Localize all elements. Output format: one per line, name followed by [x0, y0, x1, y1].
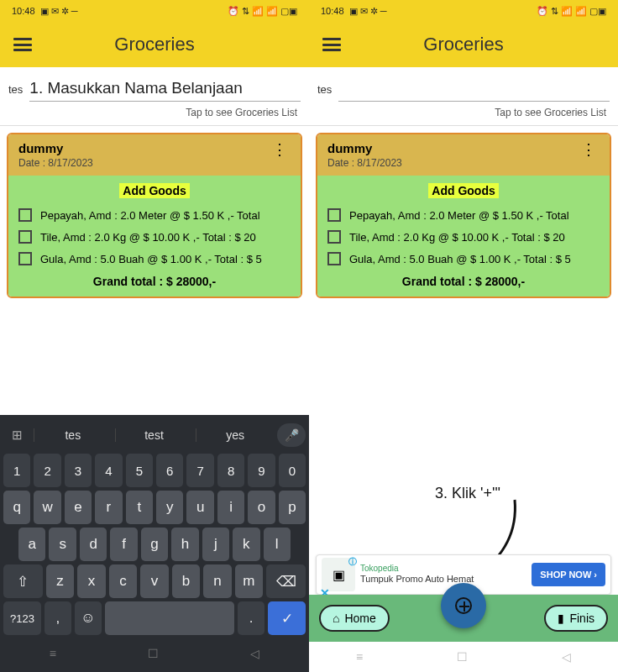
nav-home-icon[interactable]: ☐ [457, 650, 468, 664]
app-title: Groceries [13, 34, 296, 55]
status-right-icons: ⏰ ⇅ 📶 📶 ▢▣ [537, 6, 606, 17]
key[interactable]: 1 [3, 454, 30, 487]
home-button[interactable]: ⌂ Home [319, 605, 390, 632]
status-right-icons: ⏰ ⇅ 📶 📶 ▢▣ [228, 6, 297, 17]
period-key[interactable]: . [238, 601, 264, 635]
key[interactable]: 3 [65, 454, 92, 487]
symbols-key[interactable]: ?123 [3, 601, 41, 635]
key[interactable]: p [279, 491, 306, 524]
item-text: Gula, Amd : 5.0 Buah @ $ 1.00 K ,- Total… [40, 253, 262, 265]
keyboard-row-4: ?123 , ☺ . ✓ [3, 601, 306, 635]
card-header: dummy Date : 8/17/2023 ⋮ [8, 134, 301, 176]
key[interactable]: d [80, 528, 107, 561]
ad-title: Tumpuk Promo Auto Hemat [360, 574, 526, 585]
status-time: 10:48 [12, 6, 35, 16]
groceries-list-hint[interactable]: Tap to see Groceries List [309, 105, 618, 126]
key[interactable]: i [217, 491, 244, 524]
name-input-row: tes [0, 67, 309, 105]
key[interactable]: h [171, 528, 198, 561]
key[interactable]: s [49, 528, 76, 561]
nav-back-icon[interactable]: ◁ [250, 647, 259, 660]
key[interactable]: g [141, 528, 168, 561]
item-checkbox[interactable] [327, 208, 341, 222]
soft-keyboard: ⊞ tes test yes 🎤 1 2 3 4 5 6 7 8 9 0 q w… [0, 415, 309, 672]
suggestion[interactable]: test [115, 428, 193, 442]
enter-key[interactable]: ✓ [268, 601, 306, 635]
groceries-list-hint[interactable]: Tap to see Groceries List [0, 105, 309, 126]
grand-total: Grand total : $ 28000,- [15, 270, 294, 288]
name-input-row: tes [309, 67, 618, 105]
add-fab[interactable] [441, 583, 486, 628]
item-checkbox[interactable] [327, 230, 341, 244]
input-prefix: tes [317, 83, 332, 96]
item-text: Tile, Amd : 2.0 Kg @ $ 10.00 K ,- Total … [349, 231, 565, 244]
item-checkbox[interactable] [18, 252, 32, 265]
key[interactable]: b [172, 564, 200, 598]
ad-text: Tokopedia Tumpuk Promo Auto Hemat [360, 564, 526, 585]
suggestion[interactable]: yes [196, 428, 274, 442]
key[interactable]: n [203, 564, 231, 598]
key[interactable]: l [264, 528, 291, 561]
key[interactable]: 9 [248, 454, 275, 487]
key[interactable]: y [156, 491, 183, 524]
item-checkbox[interactable] [18, 230, 32, 244]
nav-recent-icon[interactable]: ≡ [356, 650, 363, 664]
annotation-step3: 3. Klik '+'" [435, 485, 500, 502]
key[interactable]: q [3, 491, 30, 524]
key[interactable]: 0 [279, 454, 306, 487]
key[interactable]: e [65, 491, 92, 524]
keyboard-grid-icon[interactable]: ⊞ [3, 428, 30, 443]
item-checkbox[interactable] [327, 252, 341, 265]
ad-cta-button[interactable]: SHOP NOW › [532, 563, 605, 586]
space-key[interactable] [105, 601, 234, 635]
card-menu-icon[interactable]: ⋮ [269, 141, 291, 158]
key[interactable]: 4 [95, 454, 122, 487]
mic-icon[interactable]: 🎤 [277, 423, 306, 447]
phone-screen-right: 10:48 ▣ ✉ ✲ ─ ⏰ ⇅ 📶 📶 ▢▣ Groceries tes T… [309, 0, 618, 672]
app-bar: Groceries [309, 22, 618, 67]
key[interactable]: c [109, 564, 137, 598]
key[interactable]: 8 [217, 454, 244, 487]
key[interactable]: 2 [34, 454, 60, 487]
add-goods-button[interactable]: Add Goods [324, 181, 603, 204]
shopping-name-input[interactable] [29, 76, 301, 102]
nav-recent-icon[interactable]: ≡ [50, 647, 56, 660]
key[interactable]: t [126, 491, 153, 524]
key[interactable]: k [233, 528, 259, 561]
status-left-icons: ▣ ✉ ✲ ─ [349, 6, 387, 17]
nav-home-icon[interactable]: ☐ [148, 647, 159, 660]
nav-back-icon[interactable]: ◁ [562, 650, 571, 664]
key[interactable]: m [235, 564, 263, 598]
key[interactable]: u [186, 491, 213, 524]
phone-screen-left: 10:48 ▣ ✉ ✲ ─ ⏰ ⇅ 📶 📶 ▢▣ Groceries tes T… [0, 0, 309, 672]
item-checkbox[interactable] [18, 208, 32, 222]
key[interactable]: o [248, 491, 275, 524]
ad-info-icon[interactable]: ⓘ [348, 556, 357, 568]
key[interactable]: z [46, 564, 74, 598]
key[interactable]: r [95, 491, 122, 524]
shift-key[interactable]: ⇧ [3, 564, 43, 598]
item-text: Tile, Amd : 2.0 Kg @ $ 10.00 K ,- Total … [40, 231, 256, 244]
key[interactable]: w [34, 491, 60, 524]
key[interactable]: j [202, 528, 229, 561]
finish-button[interactable]: ▮ Finis [544, 605, 608, 632]
suggestion[interactable]: tes [34, 428, 112, 442]
goods-item: Gula, Amd : 5.0 Buah @ $ 1.00 K ,- Total… [15, 248, 294, 270]
key[interactable]: a [18, 528, 45, 561]
key[interactable]: 5 [126, 454, 153, 487]
shopping-name-input[interactable] [338, 76, 610, 102]
key[interactable]: x [77, 564, 105, 598]
key[interactable]: v [140, 564, 168, 598]
home-icon: ⌂ [333, 612, 339, 625]
chat-icon: ▮ [558, 612, 564, 625]
key[interactable]: f [110, 528, 137, 561]
emoji-key[interactable]: ☺ [75, 601, 102, 635]
comma-key[interactable]: , [45, 601, 71, 635]
goods-item: Pepayah, Amd : 2.0 Meter @ $ 1.50 K ,- T… [324, 204, 603, 226]
add-goods-button[interactable]: Add Goods [15, 181, 294, 204]
backspace-key[interactable]: ⌫ [266, 564, 306, 598]
goods-item: Gula, Amd : 5.0 Buah @ $ 1.00 K ,- Total… [324, 248, 603, 270]
key[interactable]: 6 [156, 454, 183, 487]
card-menu-icon[interactable]: ⋮ [578, 141, 600, 158]
key[interactable]: 7 [186, 454, 213, 487]
